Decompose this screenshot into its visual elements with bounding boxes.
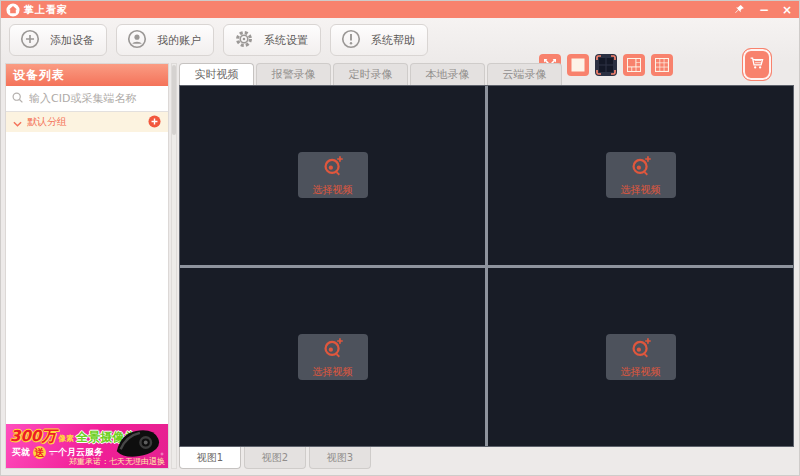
webcam-plus-icon [320, 153, 346, 182]
tab-local-recording[interactable]: 本地录像 [410, 63, 485, 85]
close-button[interactable]: × [780, 4, 794, 16]
system-help-button[interactable]: 系统帮助 [330, 24, 428, 56]
video-grid: 选择视频 选择视频 选择视频 [179, 85, 794, 447]
window-title: 掌上看家 [24, 3, 68, 17]
exclamation-circle-icon [340, 28, 362, 53]
search-input[interactable] [27, 91, 163, 106]
webcam-plus-icon [320, 335, 346, 364]
main-area: 实时视频 报警录像 定时录像 本地录像 云端录像 选择视频 [179, 63, 794, 469]
select-video-label: 选择视频 [621, 365, 661, 379]
view-tab-2[interactable]: 视图2 [244, 447, 306, 469]
window-controls: − × [734, 4, 794, 16]
group-label: 默认分组 [27, 115, 143, 129]
select-video-button[interactable]: 选择视频 [606, 334, 676, 380]
select-video-label: 选择视频 [621, 183, 661, 197]
search-icon [11, 89, 24, 108]
ad-footnote: 郑重承诺：七天无理由退换 [69, 456, 165, 467]
tab-alarm-recording[interactable]: 报警录像 [256, 63, 331, 85]
sidebar-header: 设备列表 [6, 64, 168, 86]
select-video-button[interactable]: 选择视频 [606, 152, 676, 198]
pin-icon[interactable] [734, 4, 748, 15]
system-settings-label: 系统设置 [264, 33, 308, 48]
view-tab-1[interactable]: 视图1 [179, 447, 241, 469]
ad-banner[interactable]: 300万 像素 全景摄像头 买就 送 一个月云服务 郑重承诺：七天无理由退换 [6, 424, 168, 468]
ad-headline-big: 300万 [10, 427, 56, 446]
add-device-button[interactable]: 添加设备 [9, 24, 107, 56]
recording-tabs: 实时视频 报警录像 定时录像 本地录像 云端录像 [179, 63, 794, 85]
chevron-down-icon [13, 113, 22, 132]
user-circle-icon [126, 28, 148, 53]
view-tab-3[interactable]: 视图3 [309, 447, 371, 469]
app-window: 掌上看家 − × 添加设备 我的账户 [0, 0, 800, 476]
toolbar-buttons: 添加设备 我的账户 系统设置 系统帮助 [9, 24, 428, 56]
system-settings-button[interactable]: 系统设置 [223, 24, 321, 56]
video-pane-3: 选择视频 [180, 268, 485, 447]
toolbar: 添加设备 我的账户 系统设置 系统帮助 [1, 18, 799, 63]
minimize-button[interactable]: − [757, 4, 771, 16]
system-help-label: 系统帮助 [371, 33, 415, 48]
tab-scheduled-recording[interactable]: 定时录像 [333, 63, 408, 85]
scrollbar-thumb[interactable] [172, 65, 176, 135]
my-account-button[interactable]: 我的账户 [116, 24, 214, 56]
ad-promo-badge: 送 [33, 446, 46, 459]
my-account-label: 我的账户 [157, 33, 201, 48]
select-video-button[interactable]: 选择视频 [298, 334, 368, 380]
tab-live-video[interactable]: 实时视频 [179, 63, 254, 85]
device-list[interactable] [6, 132, 168, 424]
tab-cloud-recording[interactable]: 云端录像 [487, 63, 562, 85]
gear-icon [233, 28, 255, 53]
sidebar-group-default[interactable]: 默认分组 [6, 112, 168, 132]
select-video-label: 选择视频 [313, 183, 353, 197]
select-video-button[interactable]: 选择视频 [298, 152, 368, 198]
ad-promo-pre: 买就 [12, 446, 30, 459]
titlebar: 掌上看家 − × [1, 1, 799, 18]
app-logo-icon [6, 3, 20, 17]
webcam-plus-icon [628, 153, 654, 182]
webcam-plus-icon [628, 335, 654, 364]
device-sidebar: 设备列表 默认分组 300万 像素 全景摄像头 买就 [5, 63, 169, 469]
video-pane-2: 选择视频 [488, 86, 793, 265]
view-tabs: 视图1 视图2 视图3 [179, 447, 371, 469]
select-video-label: 选择视频 [313, 365, 353, 379]
sidebar-scrollbar[interactable] [171, 63, 177, 469]
plus-circle-icon [19, 28, 41, 53]
video-pane-4: 选择视频 [488, 268, 793, 447]
add-to-group-icon[interactable] [148, 113, 161, 132]
search-box [6, 86, 168, 112]
ad-headline-small: 像素 [58, 433, 74, 444]
add-device-label: 添加设备 [50, 33, 94, 48]
video-pane-1: 选择视频 [180, 86, 485, 265]
